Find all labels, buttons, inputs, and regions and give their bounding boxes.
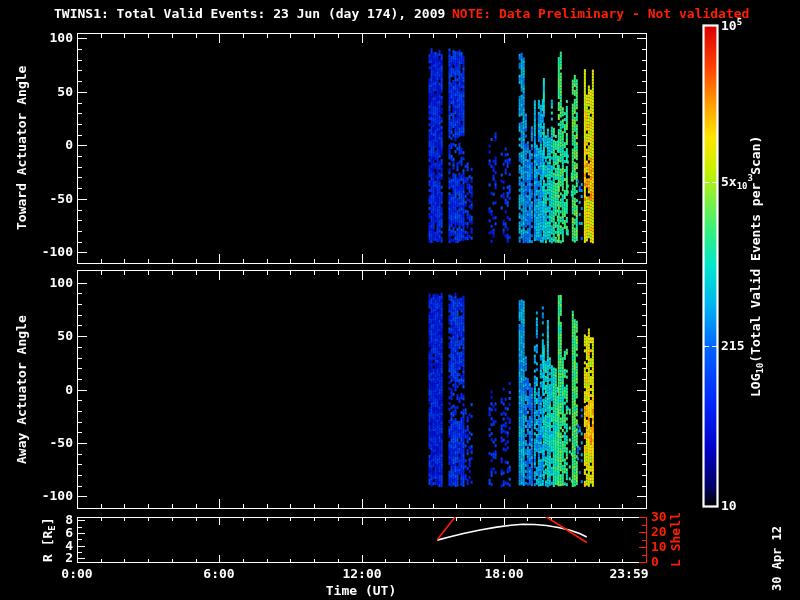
y-axis-title-toward: Toward Actuator Angle (14, 66, 29, 230)
l-tick-label: 30 (651, 509, 667, 524)
colorbar-title: LOG10(Total Valid Events per Scan) (748, 136, 765, 397)
x-axis-title: Time (UT) (281, 583, 441, 598)
plot-canvas (0, 0, 800, 600)
label-sup-part: 5 (737, 17, 742, 27)
l-axis-title: L Shell (668, 512, 683, 567)
l-tick-label: 10 (651, 539, 667, 554)
label-sub-part: E (47, 525, 57, 530)
y-tick-label: 50 (29, 328, 73, 343)
y-tick-label: 100 (29, 30, 73, 45)
label-sub-part: 10 (755, 363, 765, 374)
colorbar-tick-label: 105 (721, 18, 742, 35)
x-tick-label: 12:00 (332, 566, 392, 581)
l-tick-label: 0 (651, 554, 659, 569)
x-tick-label: 6:00 (189, 566, 249, 581)
plot-stage: TWINS1: Total Valid Events: 23 Jun (day … (0, 0, 800, 600)
date-stamp: 30 Apr 12 (770, 526, 785, 591)
y-tick-label: -50 (29, 191, 73, 206)
y-tick-label: -100 (29, 244, 73, 259)
colorbar-tick-label: 215 (721, 338, 744, 353)
r-axis-title: R [RE] (40, 517, 57, 562)
y-tick-label: 0 (29, 137, 73, 152)
label-sub-part: 10 (737, 181, 748, 191)
page-root: { "header": { "title": "TWINS1: Total Va… (0, 0, 800, 600)
y-tick-label: 0 (29, 382, 73, 397)
chart-title: TWINS1: Total Valid Events: 23 Jun (day … (54, 6, 445, 21)
preliminary-note: NOTE: Data Preliminary - Not validated (452, 6, 749, 21)
colorbar-tick-label: 10 (721, 498, 737, 513)
l-tick-label: 20 (651, 524, 667, 539)
y-axis-title-away: Away Actuator Angle (14, 315, 29, 464)
y-tick-label: -100 (29, 488, 73, 503)
y-tick-label: -50 (29, 435, 73, 450)
x-tick-label: 0:00 (47, 566, 107, 581)
y-tick-label: 50 (29, 84, 73, 99)
y-tick-label: 100 (29, 275, 73, 290)
x-tick-label: 18:00 (474, 566, 534, 581)
x-tick-label: 23:59 (599, 566, 659, 581)
